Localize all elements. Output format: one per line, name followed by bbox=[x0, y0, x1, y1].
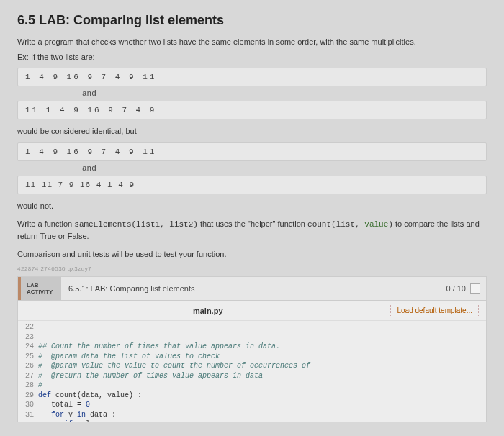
editor-body[interactable]: 22232425262728293031 ## Count the number… bbox=[18, 321, 486, 422]
line-number: 27 bbox=[18, 371, 34, 381]
hash-id: 422874 2746530 qx3zqy7 bbox=[17, 265, 487, 272]
lab-tag-line2: ACTIVITY bbox=[27, 289, 55, 296]
tests-note: Comparison and unit tests will be used t… bbox=[17, 248, 487, 260]
line-number: 29 bbox=[18, 391, 34, 401]
load-default-template-button[interactable]: Load default template... bbox=[390, 304, 479, 317]
line-gutter: 22232425262728293031 bbox=[18, 322, 38, 422]
func-close: ) bbox=[388, 220, 393, 229]
func-count: count(list, bbox=[307, 220, 364, 229]
line-number: 28 bbox=[18, 381, 34, 391]
and-label-1: and bbox=[17, 89, 487, 98]
score-text: 0 / 10 bbox=[446, 284, 466, 293]
example-list-2a: 1 4 9 16 9 7 4 9 11 bbox=[17, 142, 487, 161]
page-title: 6.5 LAB: Comparing list elements bbox=[17, 13, 487, 28]
func-pre: Write a function bbox=[17, 219, 74, 228]
lab-tag: LAB ACTIVITY bbox=[18, 277, 61, 300]
line-number: 31 bbox=[18, 410, 34, 420]
example-list-2b: 11 11 7 9 16 4 1 4 9 bbox=[17, 176, 487, 194]
line-number: 22 bbox=[18, 322, 34, 332]
line-number: 23 bbox=[18, 332, 34, 342]
and-label-2: and bbox=[17, 164, 487, 173]
line-number: 24 bbox=[18, 342, 34, 352]
file-tab[interactable]: main.py bbox=[25, 306, 390, 315]
func-sig: sameElements(list1, list2) bbox=[74, 220, 198, 229]
lab-activity-title: 6.5.1: LAB: Comparing list elements bbox=[61, 277, 440, 300]
func-mid: that uses the "helper" function bbox=[198, 219, 307, 228]
line-number: 25 bbox=[18, 352, 34, 362]
code-editor: main.py Load default template... 2223242… bbox=[17, 301, 487, 422]
line-number: 30 bbox=[18, 400, 34, 410]
func-val: value bbox=[364, 220, 388, 229]
code-content[interactable]: ## Count the number of times that value … bbox=[38, 322, 486, 422]
example-list-1b: 11 1 4 9 16 9 7 4 9 bbox=[17, 101, 487, 119]
lab-activity-bar: LAB ACTIVITY 6.5.1: LAB: Comparing list … bbox=[17, 276, 487, 301]
identical-note: would be considered identical, but bbox=[17, 125, 487, 137]
intro-text-1: Write a program that checks whether two … bbox=[17, 37, 487, 47]
wouldnot-note: would not. bbox=[17, 200, 487, 212]
lab-tag-line1: LAB bbox=[27, 282, 55, 289]
score-area: 0 / 10 bbox=[440, 277, 486, 300]
line-number: 26 bbox=[18, 361, 34, 371]
editor-header: main.py Load default template... bbox=[18, 301, 486, 321]
function-instruction: Write a function sameElements(list1, lis… bbox=[17, 218, 487, 242]
example-list-1a: 1 4 9 16 9 7 4 9 11 bbox=[17, 68, 487, 86]
score-box-icon bbox=[470, 283, 480, 294]
intro-text-2: Ex: If the two lists are: bbox=[17, 52, 487, 63]
